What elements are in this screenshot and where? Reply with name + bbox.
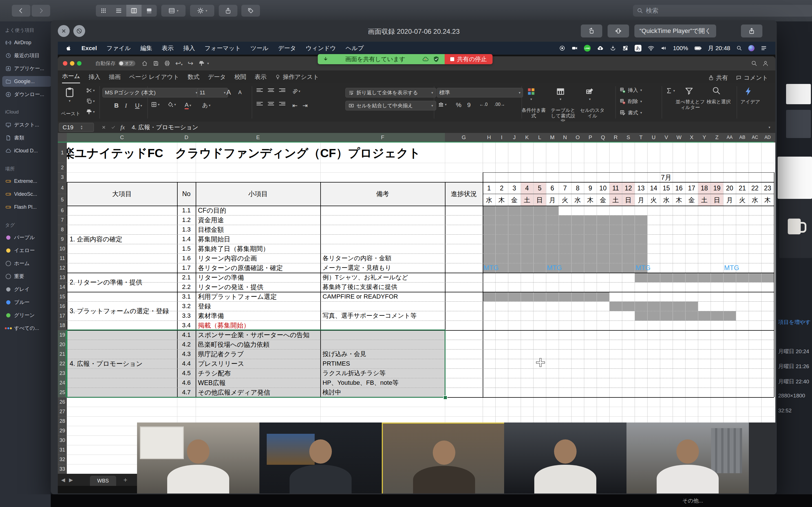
- font-size-select[interactable]: 11▾: [197, 88, 228, 98]
- row-header-1[interactable]: 1: [58, 143, 67, 163]
- next-sheet-icon[interactable]: ▶: [69, 477, 73, 483]
- ribbon-tab-数式[interactable]: 数式: [188, 73, 199, 83]
- sidebar-item-tag[interactable]: パープル: [0, 232, 56, 243]
- row-header-12[interactable]: 12: [58, 263, 67, 273]
- sidebar-item-tag[interactable]: ブルー: [0, 297, 56, 307]
- align-bottom-icon[interactable]: [279, 89, 285, 92]
- sidebar-item-tag[interactable]: 書類: [0, 132, 56, 143]
- column-header-F[interactable]: F: [374, 133, 391, 142]
- cells-insert-button[interactable]: 挿入▾: [619, 87, 642, 94]
- fx-icon[interactable]: fx: [120, 124, 125, 131]
- day-number-cell[interactable]: 5: [534, 182, 546, 194]
- fill-color-icon[interactable]: ▾: [167, 101, 176, 108]
- apple-icon[interactable]: [66, 45, 72, 51]
- close-traffic-light[interactable]: [63, 61, 67, 66]
- task-item-cell[interactable]: 利用プラットフォーム選定: [198, 292, 320, 301]
- row-header-21[interactable]: 21: [58, 349, 67, 359]
- decrease-font-icon[interactable]: A: [238, 90, 242, 96]
- day-number-cell[interactable]: 23: [761, 182, 774, 194]
- sidebar-item-tag[interactable]: ダウンロー...: [0, 89, 56, 100]
- task-no-cell[interactable]: 4.6: [177, 378, 196, 388]
- video-participant-5[interactable]: [626, 422, 749, 494]
- group-by-button[interactable]: ▾: [161, 5, 186, 17]
- sidebar-item-tag[interactable]: デスクト...: [0, 119, 56, 130]
- row-header-24[interactable]: 24: [58, 378, 67, 388]
- font-color-icon[interactable]: A▾: [185, 101, 191, 109]
- bold-button[interactable]: B: [114, 102, 119, 109]
- task-note-cell[interactable]: メーカー選定・見積もり: [322, 263, 444, 273]
- cells-delete-button[interactable]: 削除▾: [619, 98, 642, 105]
- section-label-cell[interactable]: 4. 広報・プロモーション: [70, 330, 176, 397]
- header-cell-備考[interactable]: 備考: [320, 182, 445, 206]
- header-cell-No[interactable]: No: [177, 182, 196, 206]
- row-header-6[interactable]: 6: [58, 206, 67, 216]
- day-number-cell[interactable]: 17: [686, 182, 698, 194]
- task-no-cell[interactable]: 3.1: [177, 292, 196, 301]
- day-number-cell[interactable]: 11: [609, 182, 622, 194]
- task-no-cell[interactable]: 4.2: [177, 340, 196, 349]
- weekday-cell[interactable]: 木: [673, 194, 686, 206]
- view-columns-button[interactable]: [126, 5, 142, 17]
- volume-icon[interactable]: [661, 45, 667, 51]
- sidebar-item-tag[interactable]: 重要: [0, 271, 56, 282]
- format-painter-icon[interactable]: [199, 60, 205, 66]
- column-header-C[interactable]: C: [114, 133, 131, 142]
- row-header-15[interactable]: 15: [58, 292, 67, 302]
- task-item-cell[interactable]: 邑楽町役場への協力依頼: [198, 340, 320, 349]
- menu-item[interactable]: 挿入: [183, 44, 195, 52]
- select-all-corner[interactable]: [58, 133, 67, 143]
- sidebar-item-tag[interactable]: すべての...: [0, 323, 56, 334]
- trim-button[interactable]: [608, 24, 629, 38]
- cloud-upload-icon[interactable]: [597, 45, 604, 52]
- task-item-cell[interactable]: 県庁記者クラブ: [198, 349, 320, 359]
- ribbon-tab-表示[interactable]: 表示: [255, 73, 266, 83]
- day-number-cell[interactable]: 6: [546, 182, 559, 194]
- number-format-select[interactable]: 標準▾: [437, 88, 523, 98]
- day-number-cell[interactable]: 4: [521, 182, 534, 194]
- sheet-tab-wbs[interactable]: WBS: [90, 476, 116, 486]
- task-no-cell[interactable]: 3.4: [177, 321, 196, 330]
- task-note-cell[interactable]: 写真、選手サポーターコメント等: [322, 311, 444, 321]
- print-icon[interactable]: [164, 60, 170, 66]
- day-number-cell[interactable]: 22: [749, 182, 761, 194]
- task-item-cell[interactable]: 募集終了日（募集期間）: [198, 244, 320, 253]
- day-number-cell[interactable]: 10: [597, 182, 609, 194]
- day-number-cell[interactable]: 2: [495, 182, 508, 194]
- zoom-traffic-light[interactable]: [77, 61, 82, 66]
- percent-style-icon[interactable]: %: [456, 101, 462, 109]
- sheet-title-cell[interactable]: 楽ユナイテッドFC クラウドファンディング（CF）プロジェクト: [67, 143, 715, 163]
- formula-value[interactable]: 4. 広報・プロモーション: [132, 123, 198, 131]
- task-no-cell[interactable]: 1.2: [177, 215, 196, 225]
- comments-button[interactable]: コメント: [736, 74, 768, 82]
- task-item-cell[interactable]: 登録: [198, 301, 320, 311]
- autosum-button[interactable]: ▾: [666, 87, 675, 94]
- sidebar-item-tag[interactable]: イエロー: [0, 245, 56, 256]
- align-top-icon[interactable]: [257, 89, 263, 92]
- task-note-cell[interactable]: HP、Youtube、FB、note等: [322, 378, 444, 388]
- row-header-7[interactable]: 7: [58, 215, 67, 225]
- show-more-items-link[interactable]: 項目を増やす: [778, 319, 811, 326]
- input-method-icon[interactable]: あ: [635, 45, 642, 52]
- row-header-14[interactable]: 14: [58, 282, 67, 292]
- row-header-19[interactable]: 19: [58, 330, 67, 340]
- video-participant-3[interactable]: [382, 422, 506, 494]
- paste-button[interactable]: ▾: [64, 87, 75, 103]
- weekday-cell[interactable]: 木: [495, 194, 508, 206]
- share-button[interactable]: [219, 5, 238, 17]
- sidebar-item-tag[interactable]: アプリケー...: [0, 63, 56, 74]
- menu-item[interactable]: フォーマット: [205, 44, 241, 52]
- row-header-13[interactable]: 13: [58, 273, 67, 283]
- task-item-cell[interactable]: 募集開始日: [198, 234, 320, 244]
- row-header-4[interactable]: 4: [58, 182, 67, 194]
- siri-icon[interactable]: [748, 45, 755, 51]
- share-workbook-button[interactable]: 共有: [708, 74, 728, 82]
- menu-item[interactable]: データ: [278, 44, 296, 52]
- menu-bar-clock[interactable]: 月 20:48: [708, 44, 730, 52]
- row-header-3[interactable]: 3: [58, 172, 67, 182]
- task-no-cell[interactable]: 4.5: [177, 369, 196, 378]
- task-item-cell[interactable]: WEB広報: [198, 378, 320, 388]
- header-cell-小項目[interactable]: 小項目: [196, 182, 320, 206]
- day-number-cell[interactable]: 12: [622, 182, 635, 194]
- merge-center-button[interactable]: セルを結合して中央揃え▾: [345, 101, 436, 110]
- day-number-cell[interactable]: 19: [711, 182, 723, 194]
